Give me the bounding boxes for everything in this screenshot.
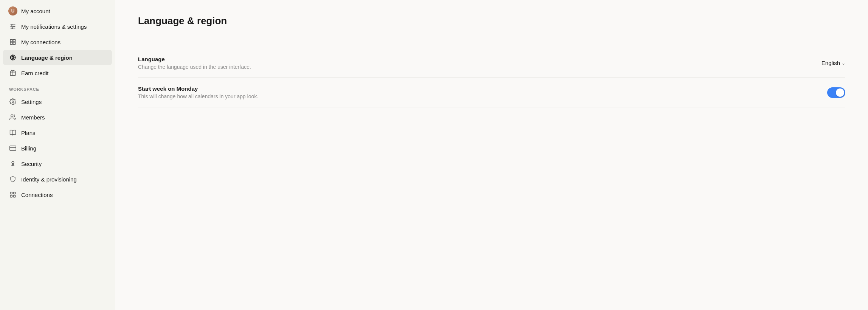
sidebar-item-billing[interactable]: Billing [3, 141, 112, 156]
title-divider [138, 39, 845, 39]
sidebar-item-language-region[interactable]: Language & region [3, 50, 112, 65]
sidebar-item-label: Earn credit [21, 70, 49, 76]
svg-rect-7 [10, 42, 12, 45]
language-setting-info: Language Change the language used in the… [138, 56, 822, 70]
chevron-down-icon: ⌄ [842, 60, 845, 66]
sidebar-item-notifications[interactable]: My notifications & settings [3, 19, 112, 34]
svg-point-10 [10, 55, 16, 60]
sidebar: U My account My notifications & settings [0, 0, 115, 310]
sidebar-item-plans[interactable]: Plans [3, 125, 112, 140]
language-setting-row: Language Change the language used in the… [138, 48, 845, 78]
page-title: Language & region [138, 15, 845, 27]
shield-icon [9, 175, 17, 183]
sidebar-item-identity[interactable]: Identity & provisioning [3, 172, 112, 187]
sidebar-item-my-account[interactable]: U My account [3, 3, 112, 19]
avatar-icon: U [9, 7, 17, 15]
svg-rect-20 [10, 192, 12, 194]
sidebar-item-settings[interactable]: Settings [3, 94, 112, 109]
start-week-setting-description: This will change how all calendars in yo… [138, 93, 827, 99]
sidebar-item-label: My account [21, 8, 50, 14]
main-content: Language & region Language Change the la… [115, 0, 868, 310]
svg-point-5 [12, 28, 13, 29]
gear-icon [9, 98, 17, 105]
sidebar-item-label: Connections [21, 192, 53, 198]
sidebar-item-members[interactable]: Members [3, 110, 112, 125]
gift-icon [9, 69, 17, 77]
sidebar-item-label: Members [21, 114, 45, 121]
sidebar-item-my-connections[interactable]: My connections [3, 34, 112, 50]
language-setting-label: Language [138, 56, 822, 62]
svg-rect-15 [10, 146, 16, 150]
sidebar-item-ws-connections[interactable]: Connections [3, 187, 112, 202]
sidebar-item-security[interactable]: Security [3, 156, 112, 171]
language-dropdown[interactable]: English ⌄ [822, 60, 845, 66]
sidebar-item-label: My notifications & settings [21, 23, 87, 30]
sidebar-item-label: Settings [21, 99, 42, 105]
start-week-setting-row: Start week on Monday This will change ho… [138, 78, 845, 107]
svg-rect-9 [13, 42, 16, 45]
start-week-toggle[interactable] [827, 87, 845, 98]
svg-point-19 [13, 166, 13, 166]
svg-point-4 [14, 26, 15, 27]
grid-icon [9, 191, 17, 198]
sidebar-item-label: Identity & provisioning [21, 176, 77, 183]
svg-rect-8 [13, 39, 16, 42]
toggle-knob [836, 88, 844, 97]
security-icon [9, 160, 17, 167]
svg-rect-23 [14, 195, 16, 197]
sidebar-item-label: My connections [21, 39, 60, 45]
language-value: English ⌄ [822, 60, 845, 66]
start-week-setting-info: Start week on Monday This will change ho… [138, 85, 827, 99]
sidebar-item-label: Security [21, 161, 42, 167]
svg-rect-22 [10, 195, 12, 197]
start-week-setting-label: Start week on Monday [138, 85, 827, 92]
toggle-switch[interactable] [827, 87, 845, 98]
sidebar-item-label: Language & region [21, 54, 73, 61]
sidebar-item-label: Billing [21, 145, 36, 152]
svg-point-17 [12, 161, 14, 164]
members-icon [9, 113, 17, 121]
workspace-section-label: WORKSPACE [0, 81, 115, 94]
svg-rect-21 [14, 192, 16, 194]
svg-point-3 [11, 24, 12, 25]
sidebar-item-label: Plans [21, 130, 36, 136]
billing-icon [9, 144, 17, 152]
globe-icon [9, 54, 17, 61]
svg-point-14 [11, 115, 13, 117]
svg-point-13 [12, 101, 14, 103]
plans-icon [9, 129, 17, 136]
link-icon [9, 38, 17, 46]
sliders-icon [9, 23, 17, 30]
sidebar-item-earn-credit[interactable]: Earn credit [3, 65, 112, 81]
svg-rect-6 [10, 39, 12, 42]
language-setting-description: Change the language used in the user int… [138, 64, 822, 70]
